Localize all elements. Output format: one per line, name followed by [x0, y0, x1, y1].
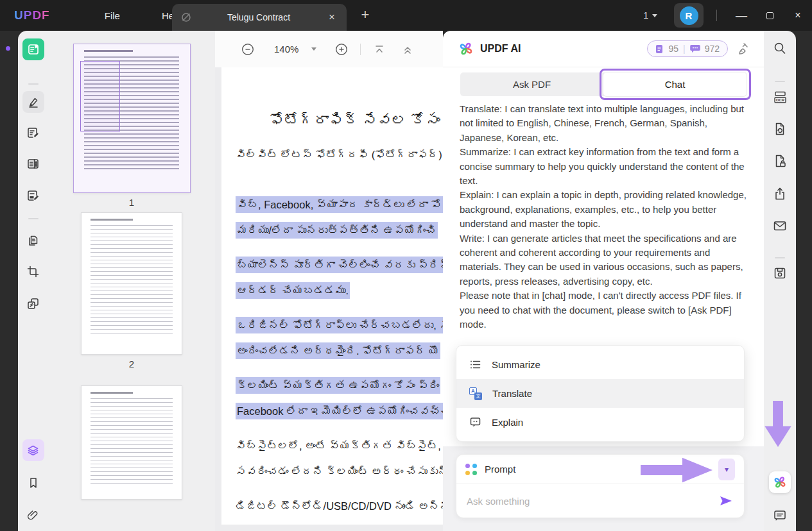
ai-chat-message: Translate: I can translate text into mul…	[460, 102, 747, 332]
attachments-panel-button[interactable]	[22, 504, 44, 526]
pages-tool-button[interactable]	[22, 230, 44, 251]
pdf-title: ఫోటోగ్రాఫిక్ సేవల కోసం ఒప్ప	[270, 107, 443, 133]
menu-item-summarize[interactable]: Summarize	[456, 350, 744, 379]
protect-button[interactable]	[769, 150, 791, 172]
updf-ai-button[interactable]	[769, 471, 791, 493]
zoom-level[interactable]: 140%	[274, 44, 298, 55]
collapse-handle-dot[interactable]	[6, 46, 10, 51]
viewport-indicator[interactable]	[80, 61, 120, 131]
ai-mode-tabs: Ask PDF Chat	[460, 72, 747, 96]
window-page-indicator[interactable]: 1	[643, 10, 657, 21]
copy-pages-icon	[26, 234, 40, 248]
pdf-line: ఆర్డర్ చేయబడడము.	[236, 278, 443, 303]
stamp-icon	[26, 297, 40, 310]
pdf-line: బ్యాలెన్స్ పూర్తిగా చెల్లించే వరకు ప్రివ…	[236, 252, 443, 278]
menu-item-label: Explain	[492, 417, 523, 428]
paperclip-icon	[26, 509, 40, 522]
pdf-line: ఒరిజినల్ ఫోటోగ్రాఫ్‌లు చేర్చబడలేదు, సవర	[236, 312, 443, 338]
prompt-dropdown-button[interactable]: ▾	[718, 459, 735, 480]
caret-down-icon: ▾	[725, 465, 729, 474]
pdf-line: విబ్, Facebook, వ్యాపార కార్డ్‌లు లేదా ప…	[236, 192, 443, 217]
convert-button[interactable]	[769, 118, 791, 140]
fill-sign-tool-button[interactable]	[22, 185, 44, 206]
zoom-in-button[interactable]	[334, 42, 349, 56]
prompt-card: Prompt ▾	[456, 454, 745, 518]
doc-credit-count: 95	[668, 44, 678, 54]
ask-input-row	[456, 484, 744, 518]
new-tab-button[interactable]: +	[357, 6, 374, 23]
document-tab[interactable]: Telugu Contract ×	[172, 4, 347, 31]
prompt-label: Prompt	[485, 464, 515, 475]
explain-bubble-icon	[469, 416, 481, 428]
comment-note-button[interactable]	[769, 505, 791, 527]
pdf-line: విల్విట్ లోటస్ ఫోటోగ్రఫీ (ఫోటోగ్రాఫర్) ఈ	[236, 142, 443, 167]
organize-pages-icon	[26, 157, 40, 171]
zoom-dropdown-caret-icon[interactable]	[311, 47, 316, 51]
chat-credit-count: 972	[705, 44, 720, 54]
page-up-button[interactable]	[401, 42, 415, 56]
thumbnail-page-3[interactable]	[81, 385, 182, 500]
pdf-line: ఆర్కైవల్ కాపీలను ఉంచడానికి ప్రతి ప్రయత్న	[236, 519, 443, 525]
comment-tool-button[interactable]	[22, 91, 44, 113]
tab-close-icon[interactable]: ×	[325, 11, 339, 24]
zoom-out-icon	[241, 42, 255, 56]
convert-file-icon	[773, 122, 787, 136]
tab-chat[interactable]: Chat	[603, 72, 747, 96]
thumbnail-page-2[interactable]: 2	[81, 212, 182, 355]
pdf-line: క్లయింట్ వ్యక్తిగత ఉపయోగం కోసం ప్రిం	[236, 373, 443, 398]
edit-tool-button[interactable]	[22, 122, 44, 144]
zoom-out-button[interactable]	[241, 42, 255, 56]
viewer-toolbar: 140%	[215, 31, 443, 67]
share-button[interactable]	[769, 183, 791, 205]
tab-title: Telugu Contract	[193, 12, 325, 22]
save-button[interactable]	[769, 262, 791, 284]
bookmarks-panel-button[interactable]	[22, 472, 44, 494]
avatar: R	[680, 6, 698, 25]
crop-tool-button[interactable]	[22, 260, 44, 282]
close-button[interactable]: ×	[784, 0, 812, 31]
menu-item-explain[interactable]: Explain	[456, 408, 744, 437]
updf-ai-panel: UPDF AI 95 | 972 Ask PDF Chat Translate:…	[443, 31, 764, 531]
stamp-tool-button[interactable]	[22, 292, 44, 314]
toolbar-divider	[775, 257, 785, 258]
thumb-text-placeholder	[91, 225, 173, 335]
scroll-to-top-button[interactable]	[372, 42, 386, 56]
thumb-text-placeholder	[84, 50, 133, 52]
pdf-page[interactable]: ఫోటోగ్రాఫిక్ సేవల కోసం ఒప్ప విల్విట్ లోట…	[221, 67, 443, 525]
toolbar-divider	[28, 218, 39, 219]
updf-app-window: UPDF File Help Telugu Contract × + 1 R —…	[0, 0, 812, 531]
edit-page-icon	[26, 126, 40, 140]
search-button[interactable]	[769, 37, 791, 59]
ai-panel-header: UPDF AI 95 | 972	[443, 31, 764, 67]
pdf-line: డిజిటల్ డౌన్‌లోడ్/USB/CD/DVD నుండి అన్ని…	[236, 493, 443, 519]
reader-mode-button[interactable]	[22, 38, 44, 60]
maximize-button[interactable]	[756, 0, 784, 31]
updf-ai-icon	[773, 475, 787, 489]
thumbnail-page-1[interactable]: 1	[73, 44, 191, 193]
thumbnails-panel-button[interactable]	[22, 439, 44, 461]
clear-chat-broom-icon[interactable]	[736, 42, 750, 56]
toolbar-divider	[360, 44, 361, 55]
usage-divider: |	[683, 44, 686, 54]
thumb-text-placeholder	[91, 398, 173, 486]
ocr-button[interactable]: OCR	[769, 86, 791, 108]
thumbnails-panel: 1 2	[48, 31, 215, 531]
share-icon	[773, 187, 787, 201]
mail-button[interactable]	[769, 215, 791, 237]
ask-input[interactable]	[467, 496, 718, 507]
maximize-icon	[766, 12, 773, 19]
toolbar-divider	[775, 81, 785, 82]
thumb-text-placeholder	[91, 219, 133, 221]
organize-tool-button[interactable]	[22, 153, 44, 174]
ai-usage-counter[interactable]: 95 | 972	[647, 40, 728, 57]
account-button[interactable]: R	[674, 3, 704, 28]
document-credit-icon	[655, 44, 664, 54]
send-button[interactable]	[718, 493, 734, 509]
menu-item-translate[interactable]: A文 Translate	[456, 379, 744, 408]
fill-sign-icon	[26, 189, 40, 203]
menu-file[interactable]: File	[98, 6, 126, 25]
summarize-list-icon	[469, 358, 481, 371]
minimize-button[interactable]: —	[727, 0, 756, 31]
save-floppy-icon	[773, 266, 787, 280]
tab-ask-pdf[interactable]: Ask PDF	[460, 72, 603, 96]
